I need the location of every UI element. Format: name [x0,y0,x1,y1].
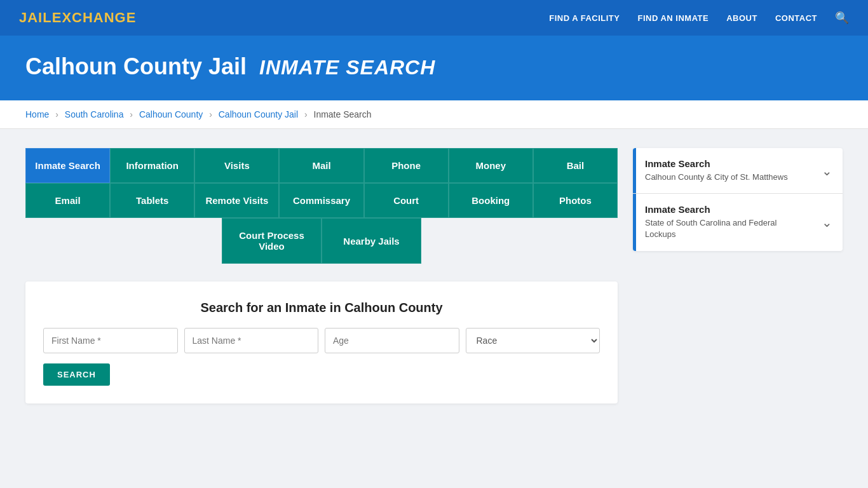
search-icon[interactable]: 🔍 [835,11,849,25]
sidebar-item-title-2: Inmate Search [645,204,803,215]
breadcrumb-county[interactable]: Calhoun County [139,109,203,119]
brand-logo[interactable]: JAILEXCHANGE [19,10,136,26]
sidebar-item-content-1: Inmate Search Calhoun County & City of S… [636,148,811,193]
contact-link[interactable]: CONTACT [775,13,817,23]
tab-phone[interactable]: Phone [364,148,449,183]
tab-information[interactable]: Information [110,148,194,183]
breadcrumb-jail[interactable]: Calhoun County Jail [219,109,298,119]
last-name-input[interactable] [184,328,319,353]
sidebar-item-subtitle-2: State of South Carolina and Federal Lock… [645,217,803,240]
tab-nearby-jails[interactable]: Nearby Jails [322,218,421,264]
about-link[interactable]: ABOUT [726,13,757,23]
search-box: Search for an Inmate in Calhoun County R… [25,281,618,403]
tab-visits[interactable]: Visits [194,148,279,183]
tab-mail[interactable]: Mail [279,148,363,183]
tab-remote-visits[interactable]: Remote Visits [194,183,279,218]
hero-title-text: Calhoun County Jail [25,53,247,79]
tab-commissary[interactable]: Commissary [279,183,363,218]
hero-section: Calhoun County Jail INMATE SEARCH [0,36,868,100]
sidebar-item-1: Inmate Search Calhoun County & City of S… [633,148,843,194]
breadcrumb-sep-3: › [209,109,212,119]
search-fields: Race White Black Hispanic Asian Other [43,328,600,353]
first-name-input[interactable] [43,328,178,353]
sidebar-item-content-2: Inmate Search State of South Carolina an… [636,194,811,250]
breadcrumb-sep-4: › [304,109,308,119]
navbar: JAILEXCHANGE FIND A FACILITY FIND AN INM… [0,0,868,36]
breadcrumb-current: Inmate Search [314,109,372,119]
brand-name-part2: XCHANGE [62,10,136,25]
sidebar-chevron-2[interactable]: ⌄ [811,194,843,250]
tab-bail[interactable]: Bail [533,148,618,183]
tabs-grid: Inmate Search Information Visits Mail Ph… [25,148,618,264]
age-input[interactable] [325,328,459,353]
tabs-row-2: Email Tablets Remote Visits Commissary C… [25,183,618,218]
breadcrumb: Home › South Carolina › Calhoun County ›… [0,100,868,129]
find-facility-link[interactable]: FIND A FACILITY [549,13,620,23]
sidebar: Inmate Search Calhoun County & City of S… [633,148,843,254]
sidebar-card: Inmate Search Calhoun County & City of S… [633,148,843,251]
tab-booking[interactable]: Booking [449,183,533,218]
hero-subtitle-text: INMATE SEARCH [259,56,435,79]
tab-court[interactable]: Court [364,183,449,218]
tab-money[interactable]: Money [449,148,533,183]
nav-links: FIND A FACILITY FIND AN INMATE ABOUT CON… [549,11,849,25]
search-button[interactable]: SEARCH [43,363,110,386]
search-title: Search for an Inmate in Calhoun County [43,301,600,315]
tab-inmate-search[interactable]: Inmate Search [25,148,110,183]
sidebar-item-title-1: Inmate Search [645,158,803,169]
breadcrumb-sep-1: › [55,109,58,119]
tab-tablets[interactable]: Tablets [110,183,194,218]
brand-highlight: E [52,10,62,25]
breadcrumb-sc[interactable]: South Carolina [65,109,124,119]
tab-court-process-video[interactable]: Court Process Video [222,218,322,264]
tab-photos[interactable]: Photos [533,183,618,218]
tabs-row-1: Inmate Search Information Visits Mail Ph… [25,148,618,183]
brand-name-part1: JAIL [19,10,52,25]
sidebar-item-subtitle-1: Calhoun County & City of St. Matthews [645,172,803,183]
tabs-row-3: Court Process Video Nearby Jails [25,218,618,264]
content-area: Inmate Search Information Visits Mail Ph… [0,129,868,423]
main-section: Inmate Search Information Visits Mail Ph… [25,148,618,403]
sidebar-item-2: Inmate Search State of South Carolina an… [633,194,843,250]
page-title: Calhoun County Jail INMATE SEARCH [25,53,843,80]
sidebar-chevron-1[interactable]: ⌄ [811,148,843,193]
breadcrumb-sep-2: › [130,109,133,119]
find-inmate-link[interactable]: FIND AN INMATE [637,13,709,23]
tab-email[interactable]: Email [25,183,110,218]
race-select[interactable]: Race White Black Hispanic Asian Other [466,328,600,353]
breadcrumb-home[interactable]: Home [25,109,49,119]
